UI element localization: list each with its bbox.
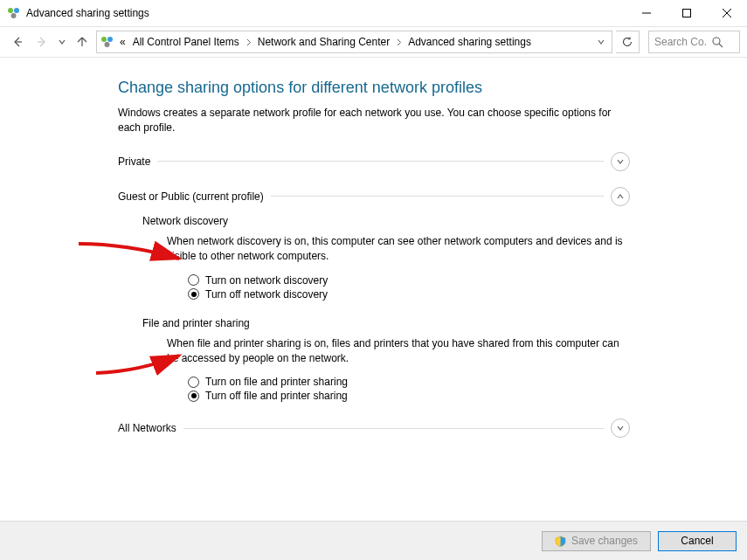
svg-point-9	[101, 37, 107, 42]
page-title: Change sharing options for different net…	[118, 79, 630, 97]
section-label: All Networks	[118, 422, 176, 434]
radio-group-file-printer-sharing: Turn on file and printer sharing Turn of…	[188, 375, 630, 403]
minimize-button[interactable]	[626, 0, 667, 26]
chevron-right-icon[interactable]	[245, 38, 252, 46]
radio-label: Turn off file and printer sharing	[205, 390, 348, 402]
refresh-button[interactable]	[616, 31, 640, 53]
subsection-title: File and printer sharing	[142, 317, 630, 329]
radio-file-printer-on[interactable]: Turn on file and printer sharing	[188, 375, 630, 389]
forward-button[interactable]	[31, 31, 52, 52]
address-dropdown-button[interactable]	[594, 32, 608, 52]
maximize-button[interactable]	[667, 0, 707, 26]
search-input[interactable]	[653, 35, 709, 49]
button-label: Cancel	[681, 535, 713, 547]
svg-point-12	[713, 38, 720, 45]
expand-button[interactable]	[611, 418, 630, 438]
divider	[183, 428, 604, 429]
recent-locations-button[interactable]	[56, 31, 68, 52]
svg-rect-4	[683, 10, 691, 17]
up-button[interactable]	[72, 31, 93, 52]
section-header-private[interactable]: Private	[118, 152, 630, 171]
bottom-bar: Save changes Cancel	[0, 521, 747, 560]
svg-line-13	[719, 44, 723, 47]
radio-icon	[188, 391, 199, 402]
section-label: Private	[118, 156, 150, 168]
subsection-title: Network discovery	[142, 215, 630, 227]
content-area: Change sharing options for different net…	[0, 58, 747, 521]
radio-group-network-discovery: Turn on network discovery Turn off netwo…	[188, 273, 630, 301]
breadcrumb[interactable]: Network and Sharing Center	[256, 36, 391, 48]
address-bar[interactable]: « All Control Panel Items Network and Sh…	[96, 31, 612, 53]
breadcrumb[interactable]: All Control Panel Items	[131, 36, 241, 48]
navbar: « All Control Panel Items Network and Sh…	[0, 26, 747, 58]
collapse-button[interactable]	[611, 187, 630, 206]
radio-network-discovery-on[interactable]: Turn on network discovery	[188, 273, 630, 287]
subsection-description: When network discovery is on, this compu…	[167, 234, 630, 265]
window-title: Advanced sharing settings	[26, 7, 149, 19]
search-icon[interactable]	[712, 37, 723, 48]
radio-icon	[188, 377, 199, 388]
divider	[157, 161, 604, 162]
breadcrumb-overflow[interactable]: «	[118, 36, 128, 48]
save-changes-button[interactable]: Save changes	[542, 531, 651, 551]
back-button[interactable]	[7, 31, 28, 52]
page-subtitle: Windows creates a separate network profi…	[118, 106, 630, 136]
shield-icon	[555, 536, 566, 547]
breadcrumb[interactable]: Advanced sharing settings	[406, 36, 533, 48]
cancel-button[interactable]: Cancel	[658, 531, 737, 551]
svg-point-1	[14, 8, 19, 13]
radio-network-discovery-off[interactable]: Turn off network discovery	[188, 287, 630, 301]
control-panel-icon	[100, 35, 114, 49]
search-box[interactable]	[648, 31, 740, 53]
radio-label: Turn on file and printer sharing	[205, 376, 348, 388]
radio-icon	[188, 288, 199, 300]
radio-file-printer-off[interactable]: Turn off file and printer sharing	[188, 389, 630, 403]
divider	[271, 196, 604, 197]
section-header-all-networks[interactable]: All Networks	[118, 418, 630, 438]
radio-icon	[188, 274, 199, 286]
expand-button[interactable]	[611, 152, 630, 171]
radio-label: Turn off network discovery	[205, 288, 328, 301]
radio-label: Turn on network discovery	[205, 274, 328, 287]
subsection-description: When file and printer sharing is on, fil…	[167, 336, 630, 367]
section-label: Guest or Public (current profile)	[118, 190, 264, 203]
button-label: Save changes	[571, 535, 638, 547]
chevron-right-icon[interactable]	[395, 38, 403, 46]
close-button[interactable]	[707, 0, 747, 26]
titlebar: Advanced sharing settings	[0, 0, 747, 26]
svg-point-0	[8, 8, 13, 13]
section-header-guest-public[interactable]: Guest or Public (current profile)	[118, 187, 630, 206]
svg-point-11	[105, 42, 110, 47]
control-panel-icon	[7, 6, 21, 20]
svg-point-10	[107, 37, 113, 42]
svg-point-2	[11, 13, 17, 18]
